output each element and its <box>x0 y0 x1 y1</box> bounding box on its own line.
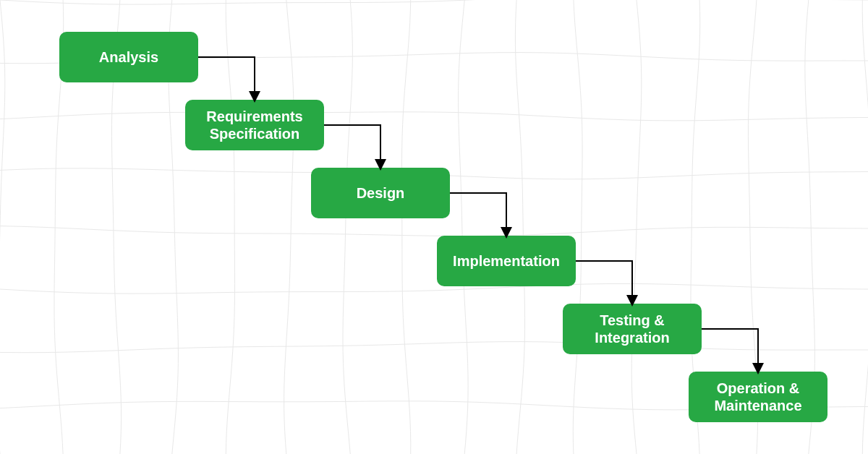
node-label: Requirements Specification <box>206 108 302 142</box>
node-design: Design <box>311 168 450 218</box>
arrow-design-to-implementation <box>450 193 506 236</box>
node-label: Implementation <box>453 252 560 270</box>
arrow-requirements-to-design <box>324 125 380 168</box>
diagram-canvas: AnalysisRequirements SpecificationDesign… <box>0 0 868 454</box>
node-analysis: Analysis <box>59 32 198 82</box>
node-operation: Operation & Maintenance <box>689 372 827 422</box>
node-label: Design <box>357 184 405 202</box>
arrow-testing-to-operation <box>702 329 758 372</box>
node-label: Analysis <box>99 48 158 66</box>
node-requirements: Requirements Specification <box>185 100 324 150</box>
node-label: Testing & Integration <box>595 312 669 346</box>
arrow-implementation-to-testing <box>576 261 632 304</box>
node-label: Operation & Maintenance <box>714 380 801 414</box>
arrow-analysis-to-requirements <box>198 57 255 100</box>
node-implementation: Implementation <box>437 236 576 286</box>
node-testing: Testing & Integration <box>563 304 702 354</box>
